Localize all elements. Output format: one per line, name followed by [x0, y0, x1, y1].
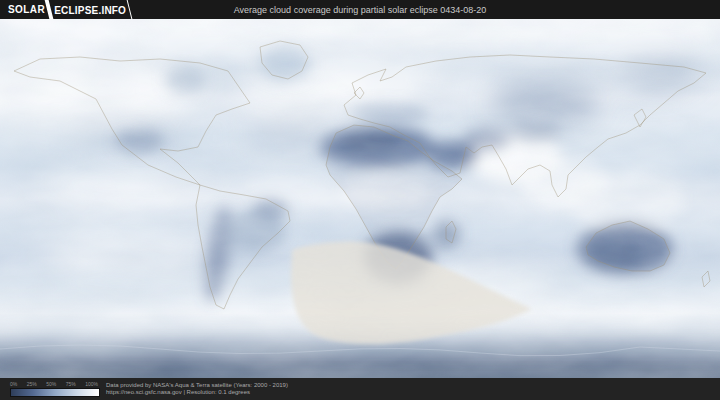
page-title: Average cloud coverage during partial so…	[234, 5, 487, 15]
world-cloud-coverage-map	[0, 19, 720, 378]
legend-tick-25: 25%	[27, 381, 37, 387]
solareclipse-page: SOLAR ECLIPSE.INFO Average cloud coverag…	[0, 0, 720, 400]
logo-box: ECLIPSE.INFO	[44, 0, 132, 20]
logo-text-eclipse-info: ECLIPSE.INFO	[54, 5, 126, 16]
legend-tick-50: 50%	[46, 381, 56, 387]
attribution-line-2: https://neo.sci.gsfc.nasa.gov | Resoluti…	[106, 389, 288, 396]
legend-tick-0: 0%	[10, 381, 17, 387]
legend-gradient-bar	[10, 388, 100, 397]
legend-tick-100: 100%	[85, 381, 98, 387]
footer-bar: 0% 25% 50% 75% 100% Data provided by NAS…	[0, 378, 720, 400]
logo-text-solar: SOLAR	[8, 4, 45, 15]
legend-tick-75: 75%	[66, 381, 76, 387]
legend-tick-labels: 0% 25% 50% 75% 100%	[10, 381, 98, 387]
cloud-coverage-legend: 0% 25% 50% 75% 100%	[10, 381, 98, 397]
header-bar: SOLAR ECLIPSE.INFO Average cloud coverag…	[0, 0, 720, 19]
site-logo[interactable]: SOLAR ECLIPSE.INFO	[8, 3, 130, 16]
data-attribution: Data provided by NASA's Aqua & Terra sat…	[106, 382, 288, 396]
cloud-map-image	[0, 19, 720, 378]
attribution-line-1: Data provided by NASA's Aqua & Terra sat…	[106, 382, 288, 389]
